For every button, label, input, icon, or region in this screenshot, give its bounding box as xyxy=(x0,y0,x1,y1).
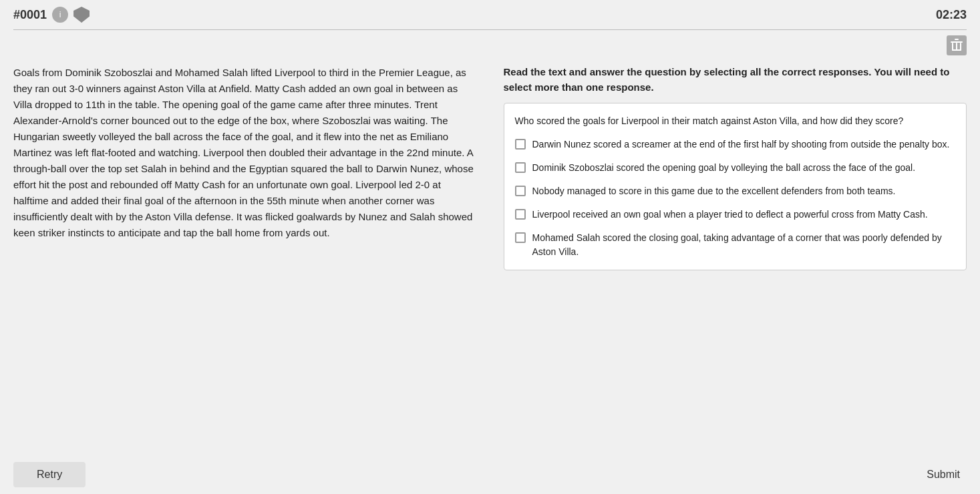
option-text-b: Dominik Szoboszlai scored the opening go… xyxy=(532,161,916,175)
option-text-a: Darwin Nunez scored a screamer at the en… xyxy=(532,138,950,152)
timer: 02:23 xyxy=(936,8,967,22)
checkbox-b[interactable] xyxy=(515,162,526,173)
bottom-bar: Retry Submit xyxy=(0,455,980,494)
question-box: Who scored the goals for Liverpool in th… xyxy=(504,103,967,270)
answer-option-a[interactable]: Darwin Nunez scored a screamer at the en… xyxy=(515,138,956,152)
top-left: #0001 i xyxy=(13,7,90,23)
trash-icon-container xyxy=(0,30,980,58)
svg-rect-5 xyxy=(952,49,961,51)
shield-icon[interactable] xyxy=(73,7,90,23)
question-panel: Read the text and answer the question by… xyxy=(504,65,967,452)
answer-option-b[interactable]: Dominik Szoboszlai scored the opening go… xyxy=(515,161,956,175)
checkbox-a[interactable] xyxy=(515,139,526,150)
top-bar: #0001 i 02:23 xyxy=(0,0,980,29)
checkbox-e[interactable] xyxy=(515,232,526,243)
instruction-text: Read the text and answer the question by… xyxy=(504,65,967,95)
answer-option-d[interactable]: Liverpool received an own goal when a pl… xyxy=(515,208,956,222)
answer-option-e[interactable]: Mohamed Salah scored the closing goal, t… xyxy=(515,231,956,259)
submit-button[interactable]: Submit xyxy=(920,462,967,487)
info-icon[interactable]: i xyxy=(52,7,68,23)
svg-rect-0 xyxy=(951,41,963,43)
option-text-c: Nobody managed to score in this game due… xyxy=(532,184,896,198)
question-text: Who scored the goals for Liverpool in th… xyxy=(515,114,956,128)
main-content: Goals from Dominik Szoboszlai and Mohame… xyxy=(0,58,980,459)
passage-panel: Goals from Dominik Szoboszlai and Mohame… xyxy=(13,65,484,452)
passage-text: Goals from Dominik Szoboszlai and Mohame… xyxy=(13,65,477,241)
option-text-d: Liverpool received an own goal when a pl… xyxy=(532,208,928,222)
checkbox-d[interactable] xyxy=(515,209,526,220)
answer-option-c[interactable]: Nobody managed to score in this game due… xyxy=(515,184,956,198)
option-text-e: Mohamed Salah scored the closing goal, t… xyxy=(532,231,956,259)
retry-button[interactable]: Retry xyxy=(13,462,86,487)
checkbox-c[interactable] xyxy=(515,186,526,196)
svg-rect-1 xyxy=(955,39,959,40)
item-id: #0001 xyxy=(13,8,47,22)
trash-icon[interactable] xyxy=(947,35,967,55)
